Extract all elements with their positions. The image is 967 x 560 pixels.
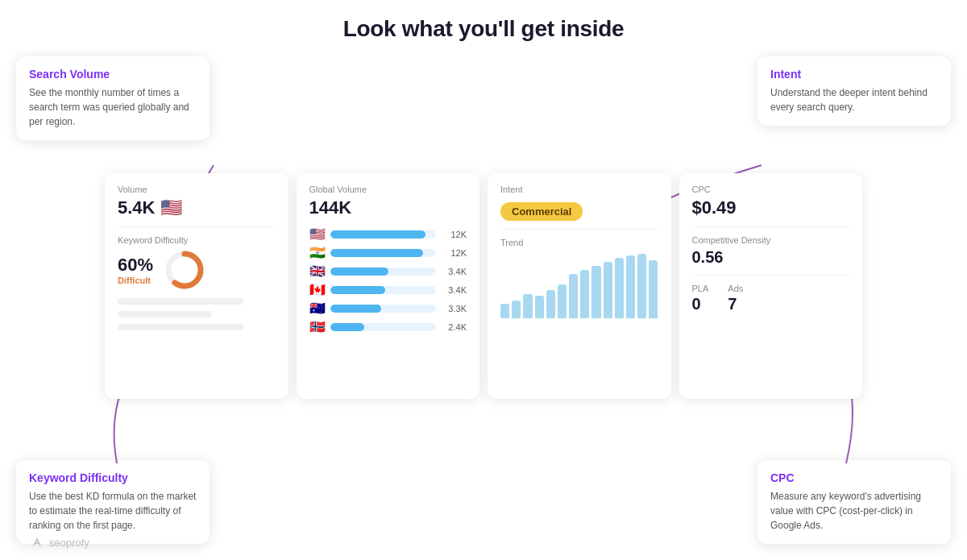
bar-label: 3.4K	[441, 285, 467, 295]
bar-fill	[330, 305, 381, 313]
cpc-value: $0.49	[692, 197, 850, 218]
trend-bar	[558, 284, 567, 318]
tooltip-kd-desc: Use the best KD formula on the market to…	[29, 489, 197, 533]
comp-density-label: Competitive Density	[692, 235, 850, 245]
cards-row: Volume 5.4K 🇺🇸 Keyword Difficulty 60% Di…	[105, 173, 862, 399]
trend-section: Trend	[500, 230, 658, 388]
pla-value: 0	[692, 295, 709, 313]
kd-text: 60% Difficult	[118, 255, 153, 285]
bar-fill	[330, 249, 424, 257]
skeleton-3	[118, 324, 243, 330]
trend-bar	[500, 304, 509, 318]
volume-label: Volume	[118, 185, 276, 194]
bar-fill	[330, 323, 364, 331]
comp-density-value: 0.56	[692, 248, 850, 267]
kd-difficulty: Difficult	[118, 276, 153, 285]
page-wrapper: Look what you'll get inside Search Volum…	[0, 0, 967, 560]
tooltip-intent-title: Intent	[770, 68, 938, 81]
flag-emoji: 🇺🇸	[309, 228, 326, 241]
bar-fill	[330, 268, 388, 276]
tooltip-intent: Intent Understand the deeper intent behi…	[757, 56, 951, 126]
skeleton-1	[118, 298, 243, 305]
ads-label: Ads	[728, 284, 743, 293]
flag-row: 🇺🇸 12K	[309, 228, 467, 241]
intent-section: Intent Commercial	[500, 185, 658, 230]
bar-fill	[330, 230, 425, 239]
pla-label: PLA	[692, 284, 709, 293]
seoprofy-icon	[32, 536, 45, 549]
intent-label: Intent	[500, 185, 658, 194]
tooltip-search-volume-desc: See the monthly number of times a search…	[29, 85, 197, 129]
bar-bg	[330, 268, 437, 276]
trend-bar	[580, 270, 589, 318]
global-volume-label: Global Volume	[309, 185, 467, 194]
cpc-label: CPC	[692, 185, 850, 194]
intent-badge: Commercial	[500, 202, 583, 221]
kd-percent: 60%	[118, 255, 153, 276]
seoprofy-branding: seoprofy	[32, 536, 89, 549]
tooltip-intent-desc: Understand the deeper intent behind ever…	[770, 85, 938, 114]
bar-label: 12K	[441, 248, 467, 258]
trend-bar	[637, 254, 646, 318]
card-intent-trend: Intent Commercial Trend	[488, 173, 671, 399]
tooltip-search-volume-title: Search Volume	[29, 68, 197, 81]
bar-bg	[330, 286, 437, 294]
bar-label: 2.4K	[441, 322, 467, 332]
card-cpc: CPC $0.49 Competitive Density 0.56 PLA 0…	[679, 173, 863, 399]
flag-emoji: 🇮🇳	[309, 247, 326, 259]
trend-bar	[569, 274, 578, 318]
flag-row: 🇬🇧 3.4K	[309, 265, 467, 278]
trend-bar	[535, 296, 544, 318]
trend-bar	[523, 294, 532, 318]
trend-bar	[604, 262, 612, 318]
global-volume-value: 144K	[309, 197, 467, 218]
kd-donut-chart	[163, 248, 206, 292]
tooltip-cpc-desc: Measure any keyword's advertising value …	[770, 489, 938, 533]
bar-bg	[330, 249, 437, 257]
bar-label: 12K	[441, 230, 467, 239]
card-global-volume: Global Volume 144K 🇺🇸 12K 🇮🇳 12K 🇬🇧 3.4K…	[297, 173, 480, 399]
trend-label: Trend	[500, 238, 658, 247]
tooltip-search-volume: Search Volume See the monthly number of …	[16, 56, 210, 140]
pla-item: PLA 0	[692, 284, 709, 313]
tooltip-kd-title: Keyword Difficulty	[29, 471, 197, 484]
tooltip-cpc-title: CPC	[770, 471, 938, 484]
bar-fill	[330, 286, 385, 294]
bar-bg	[330, 323, 437, 331]
bar-label: 3.3K	[441, 304, 467, 313]
tooltip-cpc: CPC Measure any keyword's advertising va…	[757, 460, 951, 544]
flag-emoji: 🇳🇴	[309, 321, 326, 334]
flag-emoji: 🇦🇺	[309, 302, 326, 315]
bar-label: 3.4K	[441, 267, 467, 276]
tooltip-keyword-difficulty: Keyword Difficulty Use the best KD formu…	[16, 460, 210, 544]
flag-row: 🇳🇴 2.4K	[309, 321, 467, 334]
flag-row: 🇮🇳 12K	[309, 247, 467, 259]
flag-emoji: 🇬🇧	[309, 265, 326, 278]
flag-row: 🇨🇦 3.4K	[309, 284, 467, 297]
trend-bar	[591, 266, 600, 318]
card-volume: Volume 5.4K 🇺🇸 Keyword Difficulty 60% Di…	[105, 173, 288, 399]
skeleton-2	[118, 311, 212, 317]
ads-item: Ads 7	[728, 284, 743, 313]
flag-bars: 🇺🇸 12K 🇮🇳 12K 🇬🇧 3.4K 🇨🇦 3.4K 🇦	[309, 228, 467, 334]
ads-value: 7	[728, 295, 743, 313]
trend-bar	[546, 290, 555, 318]
bar-bg	[330, 305, 437, 313]
kd-row: 60% Difficult	[118, 248, 276, 292]
seoprofy-text: seoprofy	[49, 537, 89, 549]
page-title: Look what you'll get inside	[32, 16, 935, 42]
volume-value: 5.4K 🇺🇸	[118, 197, 276, 218]
trend-bars-container	[500, 254, 658, 318]
flag-row: 🇦🇺 3.3K	[309, 302, 467, 315]
trend-bar	[512, 301, 521, 318]
pla-ads-row: PLA 0 Ads 7	[692, 284, 850, 313]
trend-bar	[626, 255, 635, 318]
trend-bar	[615, 258, 624, 318]
bar-bg	[330, 230, 437, 239]
flag-emoji: 🇨🇦	[309, 284, 326, 297]
kd-label: Keyword Difficulty	[118, 235, 276, 245]
trend-bar	[649, 260, 658, 318]
